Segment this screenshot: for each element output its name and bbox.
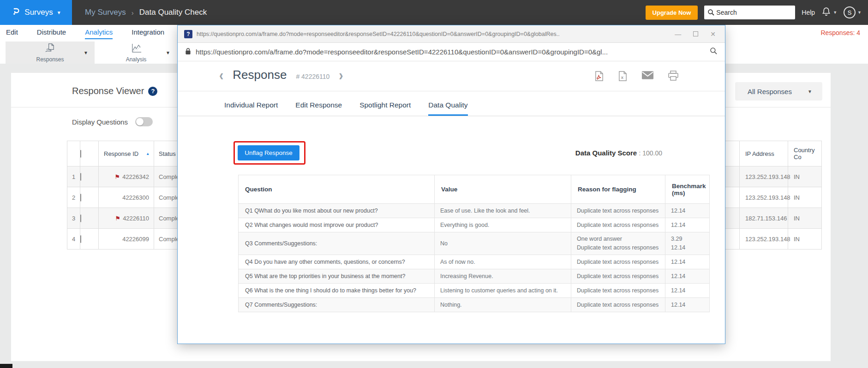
response-id-link[interactable]: 42226110 [123,215,149,222]
table-row: 123.252.193.148IN [711,187,822,208]
table-row: Q1 QWhat do you like most about our new … [239,204,710,218]
reason-line: Duplicate text across responses [577,286,659,295]
response-id-cell[interactable]: ⚑42226110 [99,208,154,229]
table-header-row: Question Value Reason for flagging Bench… [239,175,710,204]
checkbox-cell [80,166,99,187]
window-title-bar[interactable]: ? https://questionpro.com/a/frame.do?mod… [178,25,725,43]
benchmark-cell: 12.14 [665,218,710,232]
all-responses-label: All Responses [748,88,792,95]
response-id-cell[interactable]: 42226099 [99,229,154,249]
address-bar[interactable]: https://questionpro.com/a/frame.do?mode=… [178,43,725,61]
reason-line: Duplicate text across responses [577,272,659,281]
table-row: 1⚑42226342Comple [67,166,191,187]
reason-cell: Duplicate text across responses [571,269,665,284]
notifications-menu[interactable]: ▼ [821,6,837,18]
benchmark-cell: 12.14 [665,255,710,269]
response-id-link[interactable]: 42226099 [122,236,149,243]
response-header: ‹ Response # 42226110 › x [178,61,725,91]
response-id-link[interactable]: 42226342 [122,173,149,180]
responses-table: Response ID▲ Status 1⚑42226342Comple2422… [67,141,191,249]
response-title: Response [233,68,287,82]
value-cell: No [435,232,571,255]
reason-cell: Duplicate text across responses [571,218,665,232]
app-screen: Surveys ▼ My Surveys › Data Quality Chec… [0,0,868,368]
row-checkbox[interactable] [80,173,81,181]
nav-item-analytics[interactable]: Analytics [85,28,113,39]
avatar: S [844,6,856,18]
toggle-knob [136,118,144,125]
help-link[interactable]: Help [802,9,815,16]
benchmark-cell: 3.2912.14 [665,232,710,255]
breadcrumb-separator-icon: › [132,9,134,17]
response-id-cell[interactable]: ⚑42226342 [99,166,154,187]
breadcrumb-my-surveys[interactable]: My Surveys [85,8,126,17]
table-row: 242226300Comple [67,187,191,208]
minimize-button[interactable]: — [675,31,681,37]
nav-item-edit[interactable]: Edit [6,28,18,38]
all-responses-dropdown[interactable]: All Responses ▼ [735,82,822,101]
reason-line: Duplicate text across responses [577,301,659,309]
question-cell: Q6 What is the one thing I should do to … [239,284,435,298]
highlight-annotation-box: Unflag Response [233,141,305,165]
table-row: Q6 What is the one thing I should do to … [239,284,710,298]
question-header: Question [239,175,435,204]
benchmark-line: 12.14 [671,221,704,230]
response-id-header[interactable]: Response ID▲ [99,141,154,166]
value-cell: Increasing Revenue. [435,269,571,284]
print-icon[interactable] [668,71,679,83]
nav-item-integration[interactable]: Integration [132,28,164,38]
tab-spotlight-report[interactable]: Spotlight Report [359,101,411,116]
tab-edit-response[interactable]: Edit Response [295,101,342,116]
table-row: Q2 What changes would most improve our p… [239,218,710,232]
questionpro-favicon: ? [184,30,192,38]
export-pdf-icon[interactable] [594,71,604,83]
row-checkbox[interactable] [80,194,81,202]
responses-document-icon [44,42,56,56]
email-icon[interactable] [641,71,654,83]
checkbox-cell [80,229,99,249]
account-menu[interactable]: S ▼ [844,6,862,18]
toolbar-tab-responses[interactable]: Responses ▼ [6,42,95,64]
toolbar-tab-analysis[interactable]: Analysis ▼ [96,42,177,64]
unflag-response-button[interactable]: Unflag Response [238,145,299,160]
product-switcher[interactable]: Surveys ▼ [0,0,72,25]
analysis-chart-icon [130,42,143,56]
display-questions-toggle[interactable] [135,117,153,126]
chevron-down-icon: ▼ [57,10,61,15]
maximize-button[interactable] [693,31,698,36]
report-tabs: Individual ReportEdit ResponseSpotlight … [224,91,468,116]
checkbox-cell [80,208,99,229]
response-id-link[interactable]: 42226300 [122,194,149,201]
response-id-header-label: Response ID [104,150,138,157]
response-id-cell[interactable]: 42226300 [99,187,154,208]
row-number: 3 [67,208,80,229]
search-input[interactable] [716,6,792,19]
table-row: Q5 What are the top priorities in your b… [239,269,710,284]
benchmark-line: 3.29 [671,235,704,243]
reason-cell: Duplicate text across responses [571,284,665,298]
benchmark-line: 12.14 [671,272,704,281]
help-question-icon[interactable]: ? [148,87,157,96]
tab-individual-report[interactable]: Individual Report [224,101,278,116]
ip-address-header: IP Address [740,141,788,166]
upgrade-now-button[interactable]: Upgrade Now [646,6,698,20]
reason-line: Duplicate text across responses [577,207,659,215]
flag-icon: ⚑ [115,215,120,222]
next-response-icon[interactable]: › [339,67,343,83]
question-cell: Q3 Comments/Suggestions: [239,232,435,255]
previous-response-icon[interactable]: ‹ [219,67,223,83]
checkbox-cell [80,187,99,208]
table-row: 123.252.193.148IN [711,166,822,187]
select-all-checkbox[interactable] [80,150,81,158]
reason-line: Duplicate text across responses [577,221,659,230]
value-cell: Ease of use. Like the look and feel. [435,204,571,218]
chevron-down-icon: ▼ [857,10,862,15]
lock-icon [185,47,191,57]
row-checkbox[interactable] [80,235,81,243]
nav-item-distribute[interactable]: Distribute [37,28,66,38]
tab-data-quality[interactable]: Data Quality [428,101,467,116]
close-button[interactable]: ✕ [710,31,716,37]
export-excel-icon[interactable]: x [618,71,628,83]
table-row: 123.252.193.148IN [711,229,822,249]
row-checkbox[interactable] [80,214,81,222]
